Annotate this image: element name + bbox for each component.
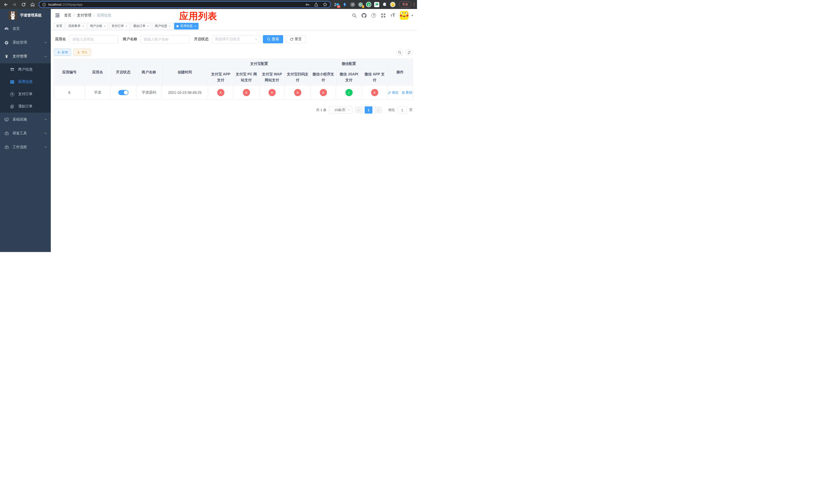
search-button[interactable]: 搜索 — [263, 35, 283, 43]
prev-page-button[interactable]: ‹ — [355, 107, 363, 114]
edit-button[interactable]: 修改 — [388, 90, 398, 95]
col-merchant: 商户名称 — [136, 59, 162, 86]
col-created: 创建时间 — [162, 59, 208, 86]
sidebar-item-workflow[interactable]: 工作流程 — [0, 140, 51, 154]
group-alipay-config: 支付宝配置 — [208, 59, 311, 69]
extension-yudao-icon[interactable]: y — [366, 2, 371, 7]
page-size-select[interactable]: 10条/页 — [329, 107, 352, 114]
extension-tampermonkey-icon[interactable]: 10 — [334, 2, 339, 7]
status-select[interactable]: 请选择开启状态 — [212, 35, 260, 43]
col-alipay-qr: 支付宝扫码支付 — [285, 69, 311, 86]
back-icon[interactable] — [3, 2, 8, 7]
sidebar-item-app-info[interactable]: 应用信息 — [0, 76, 51, 88]
cell-merchant: 芋道源码 — [136, 86, 162, 100]
cell-app-name: 芋道 — [85, 86, 111, 100]
help-icon[interactable]: ? — [371, 13, 376, 18]
col-alipay-app: 支付宝 APP 支付 — [208, 69, 234, 86]
close-icon[interactable]: × — [126, 25, 127, 28]
page-number-1[interactable]: 1 — [365, 107, 372, 114]
close-icon[interactable]: × — [194, 25, 196, 28]
url-bar[interactable]: localhost:1024/pay/app — [39, 1, 331, 8]
close-icon[interactable]: × — [147, 25, 149, 28]
github-icon[interactable] — [361, 13, 367, 18]
payment-submenu: 商户信息 应用信息 ¥ 支付订单 退款订单 — [0, 63, 51, 113]
refresh-button[interactable] — [405, 49, 413, 56]
search-form: 应用名 商户名称 开启状态 请选择开启状态 搜索 重置 — [54, 35, 413, 43]
merchant-name-label: 商户名称 — [123, 37, 137, 42]
avatar-caret-icon[interactable]: ▾ — [411, 14, 413, 17]
breadcrumb-current: 应用信息 — [97, 13, 111, 18]
gear-icon — [4, 41, 9, 45]
export-button[interactable]: 导出 — [73, 49, 91, 56]
goto-page-input[interactable] — [397, 107, 407, 114]
status-label: 开启状态 — [194, 37, 208, 42]
breadcrumb-home[interactable]: 首页 — [64, 13, 71, 18]
reset-button[interactable]: 重置 — [286, 35, 306, 43]
merchant-name-input[interactable] — [140, 35, 190, 43]
extension-badge: 10 — [337, 5, 340, 8]
monitor-icon — [4, 117, 9, 122]
extension-chat-icon[interactable] — [374, 2, 379, 7]
extension-emoji-icon[interactable] — [390, 2, 395, 7]
browser-update-button[interactable]: 更新 — [399, 1, 411, 8]
tab-user-group[interactable]: 用户分组× — [87, 23, 108, 29]
status-toggle[interactable] — [118, 90, 129, 95]
status-cross-icon: ✕ — [294, 89, 301, 96]
tab-process-form[interactable]: 流程表单× — [66, 23, 86, 29]
tab-refund-orders[interactable]: 退款订单× — [131, 23, 151, 29]
bookmark-star-icon[interactable] — [323, 2, 327, 7]
close-icon[interactable]: × — [82, 25, 84, 28]
tab-merchant-info[interactable]: 商户信息× — [153, 23, 173, 29]
sidebar-item-infrastructure[interactable]: 基础设施 — [0, 113, 51, 127]
sidebar-item-system[interactable]: 系统管理 — [0, 36, 51, 49]
sidebar-collapse-icon[interactable] — [55, 13, 60, 18]
app-name-input[interactable] — [69, 35, 118, 43]
table-toolbar: 新增 导出 — [54, 49, 413, 56]
extension-gem-icon[interactable] — [342, 2, 347, 7]
extension-recorder-icon[interactable]: 1 — [358, 2, 363, 7]
next-page-button[interactable]: › — [374, 107, 382, 114]
tab-pay-orders[interactable]: 支付订单× — [109, 23, 130, 29]
font-size-icon[interactable]: TT — [391, 13, 395, 18]
document-icon — [10, 104, 14, 109]
pencil-icon — [388, 91, 391, 94]
col-wechat-app: 微信 APP 支付 — [362, 69, 388, 86]
share-icon[interactable] — [314, 3, 318, 7]
password-key-icon[interactable] — [305, 3, 310, 7]
page-unit-label: 页 — [409, 108, 413, 112]
forward-icon[interactable] — [12, 2, 17, 7]
chevron-down-icon — [255, 38, 258, 41]
toggle-search-button[interactable] — [396, 49, 403, 56]
extension-command-icon[interactable] — [350, 2, 355, 7]
tags-view-bar: 首页 流程表单× 用户分组× 支付订单× 退款订单× 商户信息× 应用信息× — [51, 22, 417, 30]
add-button[interactable]: 新增 — [54, 49, 71, 56]
sidebar-item-merchant-info[interactable]: 商户信息 — [0, 63, 51, 76]
extensions-puzzle-icon[interactable] — [382, 2, 387, 7]
status-cross-icon: ✕ — [268, 89, 276, 96]
sidebar-item-dev-tools[interactable]: 研发工具 — [0, 127, 51, 140]
home-icon[interactable] — [30, 2, 35, 7]
col-wechat-mini: 微信小程序支付 — [311, 69, 336, 86]
reload-icon[interactable] — [21, 2, 26, 7]
tab-app-info[interactable]: 应用信息× — [174, 23, 198, 29]
browser-menu-icon[interactable] — [414, 3, 414, 6]
download-icon — [77, 51, 80, 54]
close-icon[interactable]: × — [104, 25, 105, 28]
total-count: 共 1 条 — [316, 108, 327, 112]
chevron-up-icon — [44, 55, 47, 57]
close-icon[interactable]: × — [169, 25, 171, 28]
sidebar-item-payment[interactable]: ¥ 支付管理 — [0, 49, 51, 63]
breadcrumb-payment[interactable]: 支付管理 — [77, 13, 91, 18]
logo-row[interactable]: 芋道管理系统 — [0, 9, 51, 22]
info-icon[interactable] — [42, 3, 46, 6]
search-icon[interactable] — [352, 13, 357, 18]
fullscreen-icon[interactable] — [381, 13, 386, 18]
sidebar-item-refund-orders[interactable]: 退款订单 — [0, 100, 51, 113]
tab-home[interactable]: 首页 — [54, 23, 65, 29]
sidebar-item-home[interactable]: 首页 — [0, 22, 51, 36]
user-avatar[interactable] — [400, 11, 409, 20]
chevron-down-icon — [44, 146, 47, 148]
sidebar-item-pay-orders[interactable]: ¥ 支付订单 — [0, 88, 51, 100]
delete-button[interactable]: 删除 — [402, 90, 412, 95]
chevron-down-icon — [44, 119, 47, 120]
